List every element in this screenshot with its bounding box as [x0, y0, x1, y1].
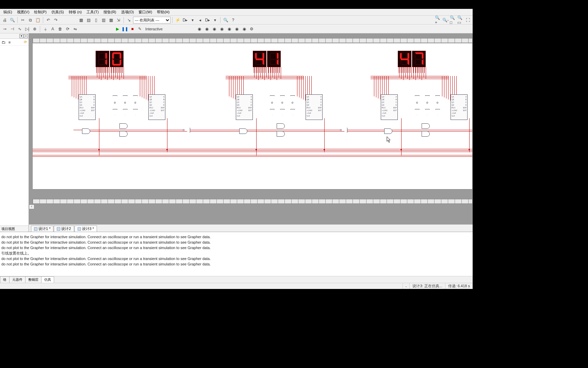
status-design: 设计3: 正在仿真... — [409, 283, 445, 289]
step-back-icon[interactable]: ◂ — [197, 17, 203, 24]
wire-icon[interactable]: ↘ — [126, 17, 132, 24]
menu-transform[interactable]: 转移 (n) — [67, 9, 84, 15]
fullscreen-icon[interactable]: ⛶ — [464, 17, 471, 24]
counter-ic[interactable]: QAQBQCQDRCO~LOAD~CLRCLKABCDENPENT — [451, 94, 468, 120]
menu-draw[interactable]: 绘制(P) — [32, 9, 49, 15]
log-tab[interactable]: 络 — [0, 276, 10, 283]
step-fwd-icon[interactable]: D▸ — [204, 17, 211, 24]
cut-icon[interactable]: ✂ — [19, 17, 26, 24]
hierarchy-icon[interactable]: 🗀 — [1, 40, 6, 45]
zoom-in-icon[interactable]: 🔍+ — [435, 17, 441, 24]
design-tab[interactable]: 设计2 — [54, 226, 74, 232]
place-resistor-icon[interactable]: ⊸ — [1, 26, 8, 32]
stop-icon[interactable]: ■ — [129, 26, 136, 32]
table-icon[interactable]: ▦ — [108, 17, 114, 24]
place-label-icon[interactable]: A — [49, 26, 56, 32]
sidebar-tab-project[interactable]: 项目视图 — [0, 226, 29, 232]
mirror-icon[interactable]: ⇋ — [72, 26, 79, 32]
pause-icon[interactable]: ❚❚ — [121, 26, 128, 32]
redo-icon[interactable]: ↷ — [52, 17, 59, 24]
scope1-icon[interactable]: ◉ — [196, 26, 203, 32]
sim-mode-label: Interactive — [144, 27, 164, 31]
design-tab[interactable]: 设计1 * — [31, 226, 53, 232]
sheet-icon[interactable]: ▯ — [93, 17, 99, 24]
delete-icon[interactable]: 🗑 — [57, 26, 64, 32]
step-dropdown-icon[interactable]: ▾ — [212, 17, 218, 24]
place-diode-icon[interactable]: ▷| — [24, 26, 31, 32]
place-source-icon[interactable]: ⊕ — [31, 26, 38, 32]
buffer-gate[interactable] — [415, 109, 420, 115]
place-cap-icon[interactable]: ⊣ — [9, 26, 16, 32]
scroll-left-icon[interactable]: ‹ — [29, 204, 34, 209]
run-dc-icon[interactable]: D▸ — [182, 17, 189, 24]
schematic-viewport[interactable]: QAQBQCQDRCO~LOAD~CLRCLKABCDENPENTQAQBQCQ… — [29, 33, 473, 224]
net-list-select[interactable]: --- 在用列表 --- — [133, 17, 170, 24]
log-tabs: 络元器件敷铜层仿真 — [0, 276, 473, 283]
zoom-fit-icon[interactable]: 🔍□ — [450, 17, 456, 24]
menu-help[interactable]: 帮助(H) — [155, 9, 172, 15]
design-tabs: 设计1 *设计2设计3 * — [29, 224, 473, 232]
document-icon — [34, 227, 37, 231]
zoom-area-icon[interactable]: 🔍▭ — [457, 17, 464, 24]
project-tree[interactable] — [0, 46, 29, 226]
menu-bar: 辑(E) 视图(V) 绘制(P) 仿真(S) 转移 (n) 工具(T) 报告(R… — [0, 9, 473, 16]
design-tab[interactable]: 设计3 * — [75, 226, 97, 232]
play-icon[interactable]: ▶ — [114, 26, 121, 32]
probe-icon[interactable]: ⚡ — [174, 17, 181, 24]
menu-view[interactable]: 视图(V) — [15, 9, 32, 15]
run-dc-dropdown-icon[interactable]: ▾ — [189, 17, 196, 24]
not-gate[interactable] — [435, 95, 440, 102]
copy-icon[interactable]: ⧉ — [27, 17, 34, 24]
sidebar-close-icon[interactable]: × — [24, 34, 28, 38]
menu-edit[interactable]: 辑(E) — [1, 9, 14, 15]
menu-tools[interactable]: 工具(T) — [84, 9, 101, 15]
scope3-icon[interactable]: ◉ — [211, 26, 218, 32]
log-tab[interactable]: 元器件 — [9, 276, 26, 283]
not-gate[interactable] — [425, 95, 430, 102]
scope6-icon[interactable]: ◉ — [233, 26, 240, 32]
paste-icon[interactable]: 📋 — [34, 17, 41, 24]
toolbar-standard: 🖨 🔍 ✂ ⧉ 📋 ↶ ↷ ▦ ▤ ▯ ▥ ▦ ⇲ ↘ --- 在用列表 ---… — [0, 16, 473, 25]
scope4-icon[interactable]: ◉ — [218, 26, 225, 32]
zoom-out-icon[interactable]: 🔍- — [442, 17, 449, 24]
find-icon[interactable]: 🔍 — [222, 17, 229, 24]
log-line: do not plot to the Grapher for interacti… — [1, 234, 471, 240]
and-gate[interactable] — [422, 131, 430, 137]
output-log[interactable]: do not plot to the Grapher for interacti… — [0, 232, 473, 276]
refresh-icon[interactable]: ⟳ — [22, 40, 28, 45]
grid-icon[interactable]: ▤ — [85, 17, 92, 24]
help-icon[interactable]: ? — [230, 17, 236, 24]
and-gate[interactable] — [384, 128, 392, 134]
sidebar-pin-icon[interactable]: ▾ — [19, 34, 23, 38]
print-icon[interactable]: 🖨 — [1, 17, 8, 24]
scope7-icon[interactable]: ◉ — [241, 26, 248, 32]
settings-icon[interactable]: ⚙ — [248, 26, 255, 32]
ruler-top — [32, 38, 473, 43]
layout-icon[interactable]: ▥ — [100, 17, 107, 24]
log-line: do not plot to the Grapher for interacti… — [1, 245, 471, 250]
interactive-icon[interactable]: ✎ — [136, 26, 143, 32]
buffer-gate[interactable] — [425, 109, 430, 115]
place-ind-icon[interactable]: ∿ — [16, 26, 23, 32]
place-ground-icon[interactable]: ⏚ — [42, 26, 49, 32]
menu-report[interactable]: 报告(R) — [101, 9, 118, 15]
main-area: ▾ × 🗀 ≡ ⟳ 项目视图 — [0, 33, 473, 232]
export-icon[interactable]: ⇲ — [115, 17, 122, 24]
buffer-gate[interactable] — [435, 109, 440, 115]
menu-options[interactable]: 选项(O) — [119, 9, 136, 15]
log-tab[interactable]: 仿真 — [41, 276, 54, 283]
undo-icon[interactable]: ↶ — [45, 17, 52, 24]
and-gate[interactable] — [422, 123, 430, 129]
scope5-icon[interactable]: ◉ — [226, 26, 233, 32]
schematic-sheet[interactable]: QAQBQCQDRCO~LOAD~CLRCLKABCDENPENTQAQBQCQ… — [32, 43, 473, 189]
log-tab[interactable]: 敷铜层 — [25, 276, 42, 283]
preview-icon[interactable]: 🔍 — [9, 17, 16, 24]
not-gate[interactable] — [415, 95, 420, 102]
rotate-icon[interactable]: ⟳ — [64, 26, 71, 32]
menu-sim[interactable]: 仿真(S) — [49, 9, 66, 15]
component-icon[interactable]: ▦ — [78, 17, 84, 24]
menu-window[interactable]: 窗口(W) — [136, 9, 154, 15]
scope2-icon[interactable]: ◉ — [203, 26, 210, 32]
list-view-icon[interactable]: ≡ — [7, 40, 12, 45]
counter-ic[interactable]: QAQBQCQDRCO~LOAD~CLRCLKABCDENPENT — [381, 94, 398, 120]
